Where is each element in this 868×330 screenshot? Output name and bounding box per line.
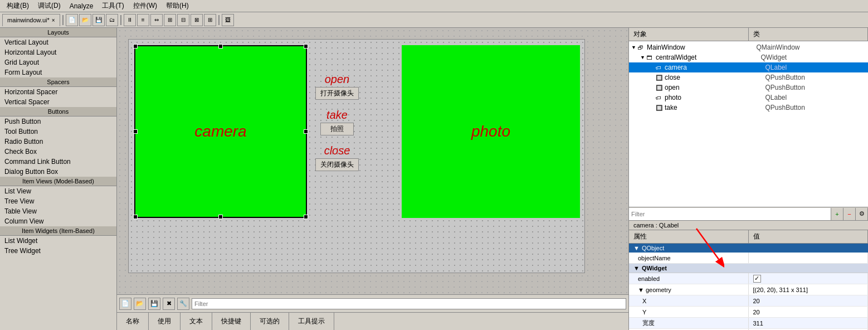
toolbar-grid3-btn[interactable]: ⊠ [191, 14, 203, 26]
signal-name-col: 名称 [117, 313, 149, 330]
toolbar-pause-btn[interactable]: ⏸ [124, 14, 136, 26]
sidebar-item-v-spacer[interactable]: Vertical Spacer [0, 97, 116, 107]
sidebar-item-list-widget[interactable]: List Widget [0, 236, 116, 246]
canvas-open-btn[interactable]: 📂 [134, 298, 146, 310]
sidebar-item-push-button[interactable]: Push Button [0, 117, 116, 127]
toolbar-list-btn[interactable]: ≡ [137, 14, 149, 26]
sidebar-item-tool-button[interactable]: Tool Button [0, 127, 116, 137]
sidebar-item-dialog-button[interactable]: Dialog Button Box [0, 167, 116, 177]
handle-tr[interactable] [304, 44, 308, 48]
toolbar-save-btn[interactable]: 💾 [92, 14, 105, 26]
props-row-y: Y 20 [629, 307, 868, 318]
toolbar-extra-btn[interactable]: ⊞ [204, 14, 216, 26]
props-val-y[interactable]: 20 [749, 307, 869, 317]
open-button[interactable]: 打开摄像头 [315, 87, 359, 100]
toolbar: mainwindow.ui* × 📄 📂 💾 🗂 ⏸ ≡ ⇔ ⊞ ⊟ ⊠ ⊞ 🖼 [0, 12, 868, 28]
props-remove-btn[interactable]: − [843, 208, 856, 220]
props-val-width[interactable]: 311 [749, 318, 869, 328]
menu-debug[interactable]: 调试(D) [33, 0, 65, 12]
expand-icon-mainwindow[interactable]: ▼ [631, 45, 638, 50]
tree-row-camera[interactable]: ▶ 🏷 camera QLabel [629, 62, 868, 72]
sidebar-item-form-layout[interactable]: Form Layout [0, 67, 116, 77]
camera-label: camera [194, 123, 246, 140]
section-item-widgets: Item Widgets (Item-Based) [0, 226, 116, 236]
sidebar-item-list-view[interactable]: List View [0, 186, 116, 196]
enabled-checkbox[interactable]: ✓ [753, 275, 761, 283]
handle-tm[interactable] [218, 44, 223, 48]
expand-icon-qobject: ▼ [633, 245, 640, 251]
menu-analyze[interactable]: Analyze [65, 1, 98, 11]
props-val-x[interactable]: 20 [749, 295, 869, 306]
sidebar-item-radio-button[interactable]: Radio Button [0, 137, 116, 147]
canvas-bottom-bar: 📄 📂 💾 ✖ 🔧 [117, 294, 628, 312]
menu-controls[interactable]: 控件(W) [129, 0, 162, 12]
canvas-filter-input[interactable] [192, 298, 626, 309]
toolbar-grid-btn[interactable]: ⊞ [164, 14, 176, 26]
canvas-close-btn[interactable]: ✖ [163, 298, 175, 310]
close-icon[interactable]: × [52, 17, 55, 23]
button-icon-take: 🔲 [656, 105, 665, 111]
tree-row-take[interactable]: ▶ 🔲 take QPushButton [629, 103, 868, 113]
expand-icon-central[interactable]: ▼ [640, 55, 647, 60]
props-section-qobject[interactable]: ▼ QObject [629, 244, 868, 253]
props-key-x: X [629, 295, 749, 306]
object-header: 对象 [629, 28, 749, 41]
canvas-new-btn[interactable]: 📄 [119, 298, 131, 310]
button-icon-close: 🔲 [656, 75, 665, 81]
design-canvas[interactable]: camera photo open 打开摄像头 take 拍照 [117, 28, 628, 294]
menu-tools[interactable]: 工具(T) [97, 0, 128, 12]
handle-tl[interactable] [133, 44, 138, 48]
handle-br[interactable] [304, 215, 308, 219]
sidebar-item-grid-layout[interactable]: Grid Layout [0, 57, 116, 67]
props-filter-input[interactable] [629, 208, 831, 220]
sidebar-item-table-view[interactable]: Table View [0, 206, 116, 216]
photo-widget[interactable]: photo [402, 45, 580, 218]
props-val-objectname[interactable]: camera [749, 253, 869, 263]
close-button[interactable]: 关闭摄像头 [315, 158, 359, 171]
menu-build[interactable]: 构建(B) [2, 0, 33, 12]
sidebar-item-check-box[interactable]: Check Box [0, 147, 116, 157]
handle-bl[interactable] [133, 215, 138, 219]
handle-ml[interactable] [133, 129, 138, 134]
tree-row-centralwidget[interactable]: ▼ 🗔 centralWidget QWidget [629, 52, 868, 62]
toolbar-img-btn[interactable]: 🖼 [222, 14, 234, 26]
tree-row-open[interactable]: ▶ 🔲 open QPushButton [629, 82, 868, 93]
props-header: 属性 值 [629, 230, 868, 244]
props-row-geometry: ▼ geometry [(20, 20), 311 x 311] [629, 284, 868, 295]
object-tree: ▼ 🗗 MainWindow QMainWindow ▼ 🗔 centralWi… [629, 41, 868, 207]
toolbar-save-all-btn[interactable]: 🗂 [106, 14, 118, 26]
canvas-tool-btn[interactable]: 🔧 [177, 298, 189, 310]
sidebar-item-vertical-layout[interactable]: Vertical Layout [0, 37, 116, 47]
menu-help[interactable]: 帮助(H) [162, 0, 193, 12]
file-tab[interactable]: mainwindow.ui* × [2, 14, 60, 26]
toolbar-align-btn[interactable]: ⇔ [150, 14, 163, 26]
canvas-save-btn[interactable]: 💾 [148, 298, 160, 310]
sidebar-item-column-view[interactable]: Column View [0, 216, 116, 226]
tree-row-photo[interactable]: ▶ 🏷 photo QLabel [629, 93, 868, 103]
toolbar-new-btn[interactable]: 📄 [66, 14, 78, 26]
sidebar-item-command-link[interactable]: Command Link Button [0, 157, 116, 167]
take-button[interactable]: 拍照 [320, 123, 354, 135]
toolbar-grid2-btn[interactable]: ⊟ [177, 14, 189, 26]
expand-icon-geometry[interactable]: ▼ [638, 287, 644, 293]
props-val-enabled[interactable]: ✓ [749, 273, 869, 284]
handle-bm[interactable] [218, 215, 223, 219]
tree-row-mainwindow[interactable]: ▼ 🗗 MainWindow QMainWindow [629, 42, 868, 52]
sidebar-item-h-spacer[interactable]: Horizontal Spacer [0, 87, 116, 97]
handle-mr[interactable] [304, 129, 308, 134]
props-section-qwidget[interactable]: ▼ QWidget [629, 264, 868, 273]
close-group: close 关闭摄像头 [315, 144, 359, 171]
tree-row-close[interactable]: ▶ 🔲 close QPushButton [629, 72, 868, 82]
props-add-btn[interactable]: + [831, 208, 843, 220]
toolbar-open-btn[interactable]: 📂 [79, 14, 91, 26]
objectname-input[interactable]: camera [753, 255, 864, 261]
camera-widget[interactable]: camera [134, 45, 307, 218]
props-row-enabled: enabled ✓ [629, 273, 868, 284]
sidebar-item-tree-view[interactable]: Tree View [0, 196, 116, 206]
props-settings-btn[interactable]: ⚙ [856, 208, 868, 220]
main-layout: Layouts Vertical Layout Horizontal Layou… [0, 28, 868, 330]
sidebar-item-horizontal-layout[interactable]: Horizontal Layout [0, 47, 116, 57]
sidebar-item-tree-widget[interactable]: Tree Widget [0, 246, 116, 256]
label-icon-camera: 🏷 [656, 65, 665, 71]
tree-type-close: QPushButton [765, 74, 866, 81]
